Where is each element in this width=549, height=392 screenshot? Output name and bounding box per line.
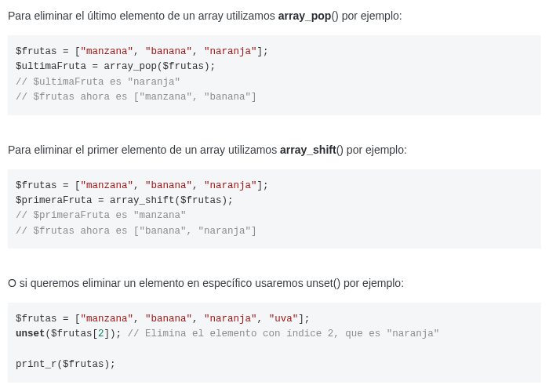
code-var: $frutas	[163, 61, 205, 72]
code-str: "banana"	[145, 46, 192, 57]
code-var: $frutas	[51, 328, 93, 339]
code-var: $frutas	[16, 46, 57, 57]
code-var: $frutas	[16, 180, 57, 191]
code-str: "manzana"	[81, 180, 134, 191]
code-str: "naranja"	[204, 46, 257, 57]
text: Para eliminar el último elemento de un a…	[8, 9, 278, 22]
code-var: $frutas	[16, 314, 57, 325]
text: () por ejemplo:	[331, 9, 402, 22]
code-var: $frutas	[180, 195, 222, 206]
code-comment: // $primeraFruta es "manzana"	[16, 210, 187, 221]
text: () por ejemplo:	[336, 143, 407, 156]
paragraph-unset: O si queremos eliminar un elemento en es…	[8, 275, 541, 292]
code-var: $ultimaFruta	[16, 61, 86, 72]
code-str: "naranja"	[204, 314, 257, 325]
code-str: "banana"	[145, 180, 192, 191]
code-block-unset: $frutas = ["manzana", "banana", "naranja…	[8, 303, 541, 383]
code-keyword: unset	[16, 328, 45, 339]
text: O si queremos eliminar un elemento en es…	[8, 277, 404, 289]
code-comment: // $frutas ahora es ["banana", "naranja"…	[16, 226, 257, 237]
text: Para eliminar el primer elemento de un a…	[8, 143, 280, 156]
code-block-array-shift: $frutas = ["manzana", "banana", "naranja…	[8, 169, 541, 249]
code-num: 2	[98, 328, 104, 339]
code-block-array-pop: $frutas = ["manzana", "banana", "naranja…	[8, 35, 541, 115]
code-comment: // $ultimaFruta es "naranja"	[16, 77, 180, 88]
code-func-call: print_r($frutas);	[16, 359, 116, 370]
code-str: "banana"	[145, 314, 192, 325]
code-str: "uva"	[269, 314, 299, 325]
code-func: array_shift	[110, 195, 175, 206]
document-page: Para eliminar el último elemento de un a…	[0, 0, 549, 392]
code-comment: // Elimina el elemento con índice 2, que…	[128, 328, 440, 339]
paragraph-array-shift: Para eliminar el primer elemento de un a…	[8, 142, 541, 158]
code-func: array_pop	[104, 61, 158, 72]
bold-func-name: array_shift	[280, 143, 336, 156]
bold-func-name: array_pop	[278, 9, 332, 22]
code-str: "manzana"	[81, 314, 134, 325]
code-var: $primeraFruta	[16, 195, 93, 206]
code-str: "manzana"	[81, 46, 134, 57]
paragraph-array-pop: Para eliminar el último elemento de un a…	[8, 8, 541, 24]
code-comment: // $frutas ahora es ["manzana", "banana"…	[16, 92, 257, 103]
code-str: "naranja"	[204, 180, 257, 191]
